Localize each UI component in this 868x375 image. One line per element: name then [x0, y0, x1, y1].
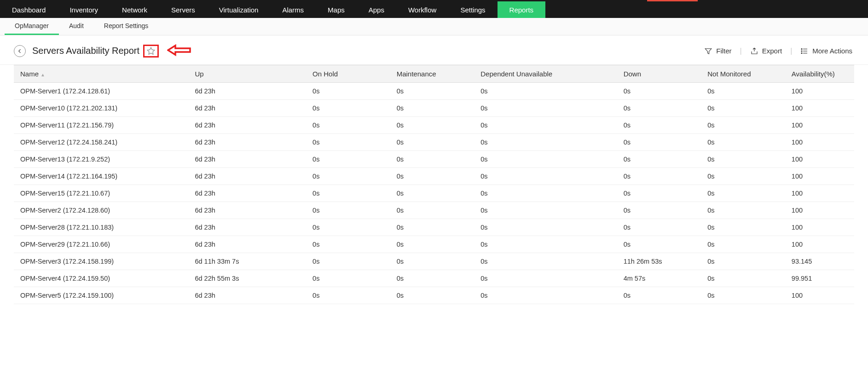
nav-item-network[interactable]: Network: [110, 1, 159, 18]
export-button[interactable]: Export: [748, 45, 784, 57]
cell-name: OPM-Server2 (172.24.128.60): [14, 202, 190, 219]
cell-maintenance: 0s: [392, 202, 476, 219]
column-header-up[interactable]: Up: [190, 65, 308, 83]
cell-dependent-unavailable: 0s: [476, 134, 619, 151]
nav-item-virtualization[interactable]: Virtualization: [207, 1, 271, 18]
cell-down: 4m 57s: [619, 270, 703, 287]
table-row[interactable]: OPM-Server5 (172.24.159.100)6d 23h0s0s0s…: [14, 287, 854, 304]
cell-name: OPM-Server28 (172.21.10.183): [14, 219, 190, 236]
cell-on-hold: 0s: [308, 185, 392, 202]
export-icon: [750, 47, 758, 55]
table-row[interactable]: OPM-Server28 (172.21.10.183)6d 23h0s0s0s…: [14, 219, 854, 236]
cell-on-hold: 0s: [308, 117, 392, 134]
table-row[interactable]: OPM-Server13 (172.21.9.252)6d 23h0s0s0s0…: [14, 151, 854, 168]
more-actions-label: More Actions: [812, 47, 852, 55]
table-row[interactable]: OPM-Server10 (172.21.202.131)6d 23h0s0s0…: [14, 100, 854, 117]
column-header-availability[interactable]: Availability(%): [787, 65, 854, 83]
cell-name: OPM-Server4 (172.24.159.50): [14, 270, 190, 287]
sub-nav-item-report-settings[interactable]: Report Settings: [94, 18, 159, 35]
cell-on-hold: 0s: [308, 270, 392, 287]
cell-up: 6d 23h: [190, 185, 308, 202]
cell-up: 6d 22h 55m 3s: [190, 270, 308, 287]
nav-item-reports[interactable]: Reports: [498, 1, 546, 18]
table-row[interactable]: OPM-Server2 (172.24.128.60)6d 23h0s0s0s0…: [14, 202, 854, 219]
more-actions-button[interactable]: More Actions: [799, 45, 854, 57]
table-row[interactable]: OPM-Server11 (172.21.156.79)6d 23h0s0s0s…: [14, 117, 854, 134]
cell-on-hold: 0s: [308, 236, 392, 253]
filter-label: Filter: [716, 47, 731, 55]
star-icon: [146, 46, 156, 56]
column-header-not-monitored[interactable]: Not Monitored: [703, 65, 787, 83]
column-header-name[interactable]: Name▲: [14, 65, 190, 83]
cell-up: 6d 23h: [190, 117, 308, 134]
cell-dependent-unavailable: 0s: [476, 236, 619, 253]
cell-down: 0s: [619, 83, 703, 100]
cell-maintenance: 0s: [392, 83, 476, 100]
cell-dependent-unavailable: 0s: [476, 202, 619, 219]
cell-down: 0s: [619, 236, 703, 253]
sub-nav: OpManagerAuditReport Settings: [0, 18, 868, 35]
cell-on-hold: 0s: [308, 83, 392, 100]
nav-item-settings[interactable]: Settings: [448, 1, 497, 18]
table-row[interactable]: OPM-Server4 (172.24.159.50)6d 22h 55m 3s…: [14, 270, 854, 287]
cell-on-hold: 0s: [308, 287, 392, 304]
column-label: Down: [624, 70, 641, 78]
svg-point-2: [801, 50, 802, 51]
cell-not-monitored: 0s: [703, 100, 787, 117]
cell-down: 11h 26m 53s: [619, 253, 703, 270]
cell-up: 6d 23h: [190, 100, 308, 117]
table-row[interactable]: OPM-Server29 (172.21.10.66)6d 23h0s0s0s0…: [14, 236, 854, 253]
nav-item-inventory[interactable]: Inventory: [58, 1, 110, 18]
list-icon: [800, 47, 809, 55]
cell-name: OPM-Server15 (172.21.10.67): [14, 185, 190, 202]
filter-button[interactable]: Filter: [702, 45, 733, 57]
nav-item-servers[interactable]: Servers: [159, 1, 207, 18]
table-row[interactable]: OPM-Server14 (172.21.164.195)6d 23h0s0s0…: [14, 168, 854, 185]
cell-on-hold: 0s: [308, 134, 392, 151]
top-accent-strip: [0, 0, 868, 1]
arrow-annotation: [167, 44, 191, 58]
cell-maintenance: 0s: [392, 185, 476, 202]
table-row[interactable]: OPM-Server1 (172.24.128.61)6d 23h0s0s0s0…: [14, 83, 854, 100]
cell-maintenance: 0s: [392, 100, 476, 117]
table-row[interactable]: OPM-Server15 (172.21.10.67)6d 23h0s0s0s0…: [14, 185, 854, 202]
nav-item-apps[interactable]: Apps: [357, 1, 396, 18]
cell-name: OPM-Server11 (172.21.156.79): [14, 117, 190, 134]
sub-nav-item-audit[interactable]: Audit: [59, 18, 94, 35]
column-label: Up: [195, 70, 203, 78]
cell-availability: 99.951: [787, 270, 854, 287]
column-header-down[interactable]: Down: [619, 65, 703, 83]
cell-dependent-unavailable: 0s: [476, 83, 619, 100]
sub-nav-item-opmanager[interactable]: OpManager: [5, 18, 59, 35]
column-label: Maintenance: [397, 70, 436, 78]
cell-not-monitored: 0s: [703, 202, 787, 219]
cell-maintenance: 0s: [392, 117, 476, 134]
column-header-onhold[interactable]: On Hold: [308, 65, 392, 83]
nav-item-alarms[interactable]: Alarms: [270, 1, 316, 18]
column-label: Availability(%): [792, 70, 835, 78]
cell-down: 0s: [619, 134, 703, 151]
cell-on-hold: 0s: [308, 168, 392, 185]
action-separator: |: [784, 47, 799, 55]
nav-item-workflow[interactable]: Workflow: [396, 1, 448, 18]
cell-up: 6d 23h: [190, 83, 308, 100]
table-row[interactable]: OPM-Server3 (172.24.158.199)6d 11h 33m 7…: [14, 253, 854, 270]
nav-item-maps[interactable]: Maps: [316, 1, 357, 18]
arrow-left-icon: [167, 44, 191, 57]
favorite-button[interactable]: [143, 45, 159, 58]
column-header-maintenance[interactable]: Maintenance: [392, 65, 476, 83]
cell-not-monitored: 0s: [703, 253, 787, 270]
cell-name: OPM-Server13 (172.21.9.252): [14, 151, 190, 168]
cell-name: OPM-Server3 (172.24.158.199): [14, 253, 190, 270]
back-button[interactable]: [14, 45, 26, 57]
table-row[interactable]: OPM-Server12 (172.24.158.241)6d 23h0s0s0…: [14, 134, 854, 151]
nav-item-dashboard[interactable]: Dashboard: [0, 1, 58, 18]
cell-down: 0s: [619, 168, 703, 185]
column-header-dependent-unavailable[interactable]: Dependent Unavailable: [476, 65, 619, 83]
cell-availability: 100: [787, 83, 854, 100]
cell-down: 0s: [619, 219, 703, 236]
cell-availability: 100: [787, 117, 854, 134]
table-header-row: Name▲ Up On Hold Maintenance Dependent U…: [14, 65, 854, 83]
column-label: Name: [20, 70, 39, 78]
cell-not-monitored: 0s: [703, 185, 787, 202]
